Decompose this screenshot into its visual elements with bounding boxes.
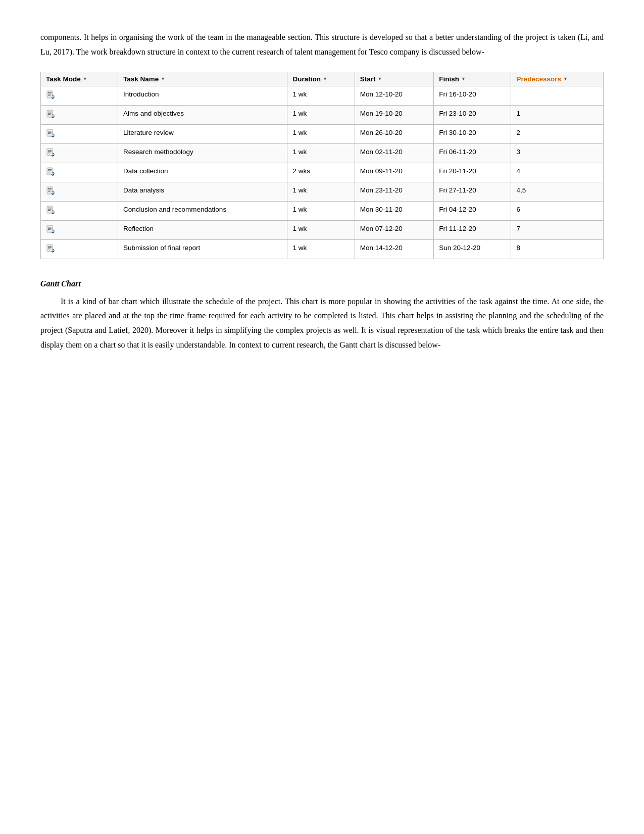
duration-cell: 1 wk bbox=[287, 182, 355, 201]
finish-cell: Fri 30-10-20 bbox=[434, 124, 511, 143]
task-name-cell: Reflection bbox=[118, 220, 287, 239]
th-task-mode[interactable]: Task Mode ▼ bbox=[41, 72, 118, 86]
th-start[interactable]: Start ▼ bbox=[355, 72, 434, 86]
th-predecessors[interactable]: Predecessors ▼ bbox=[511, 72, 604, 86]
task-mode-icon bbox=[46, 186, 55, 197]
gantt-heading: Gantt Chart bbox=[40, 279, 604, 288]
predecessors-cell bbox=[511, 86, 604, 105]
finish-cell: Fri 27-11-20 bbox=[434, 182, 511, 201]
svg-rect-18 bbox=[48, 170, 52, 171]
duration-cell: 1 wk bbox=[287, 220, 355, 239]
svg-rect-19 bbox=[48, 172, 51, 172]
task-mode-icon bbox=[46, 129, 55, 139]
svg-rect-17 bbox=[48, 169, 52, 170]
table-row: Submission of final report1 wkMon 14-12-… bbox=[41, 239, 604, 259]
finish-cell: Fri 23-10-20 bbox=[434, 105, 511, 124]
duration-cell: 1 wk bbox=[287, 105, 355, 124]
task-mode-icon bbox=[46, 167, 55, 178]
table-row: Data collection2 wksMon 09-11-20Fri 20-1… bbox=[41, 163, 604, 182]
start-cell: Mon 14-12-20 bbox=[355, 239, 434, 259]
task-mode-cell bbox=[41, 105, 118, 124]
task-name-cell: Data analysis bbox=[118, 182, 287, 201]
task-mode-cell bbox=[41, 182, 118, 201]
th-task-name[interactable]: Task Name ▼ bbox=[118, 72, 287, 86]
task-mode-icon bbox=[46, 225, 55, 235]
table-row: Data analysis1 wkMon 23-11-20Fri 27-11-2… bbox=[41, 182, 604, 201]
table-row: Reflection1 wkMon 07-12-20Fri 11-12-207 bbox=[41, 220, 604, 239]
th-duration[interactable]: Duration ▼ bbox=[287, 72, 355, 86]
task-mode-icon bbox=[46, 110, 55, 120]
sort-arrow-task-mode: ▼ bbox=[83, 76, 87, 81]
finish-cell: Fri 11-12-20 bbox=[434, 220, 511, 239]
svg-rect-28 bbox=[47, 225, 53, 232]
finish-cell: Fri 16-10-20 bbox=[434, 86, 511, 105]
svg-rect-26 bbox=[48, 209, 52, 209]
svg-rect-20 bbox=[47, 187, 53, 194]
sort-arrow-predecessors: ▼ bbox=[563, 76, 568, 81]
start-cell: Mon 02-11-20 bbox=[355, 143, 434, 163]
duration-cell: 1 wk bbox=[287, 201, 355, 220]
svg-rect-13 bbox=[48, 150, 52, 151]
task-mode-cell bbox=[41, 201, 118, 220]
start-cell: Mon 12-10-20 bbox=[355, 86, 434, 105]
svg-rect-6 bbox=[48, 113, 52, 113]
svg-rect-5 bbox=[48, 112, 52, 112]
finish-cell: Sun 20-12-20 bbox=[434, 239, 511, 259]
task-mode-cell bbox=[41, 163, 118, 182]
task-mode-cell bbox=[41, 86, 118, 105]
task-name-cell: Introduction bbox=[118, 86, 287, 105]
start-cell: Mon 30-11-20 bbox=[355, 201, 434, 220]
duration-cell: 1 wk bbox=[287, 124, 355, 143]
intro-paragraph: components. It helps in organising the w… bbox=[40, 30, 604, 60]
start-cell: Mon 09-11-20 bbox=[355, 163, 434, 182]
task-mode-cell bbox=[41, 220, 118, 239]
predecessors-cell: 7 bbox=[511, 220, 604, 239]
svg-rect-29 bbox=[48, 227, 52, 227]
table-row: Aims and objectives1 wkMon 19-10-20Fri 2… bbox=[41, 105, 604, 124]
svg-rect-21 bbox=[48, 188, 52, 189]
th-finish[interactable]: Finish ▼ bbox=[434, 72, 511, 86]
duration-cell: 1 wk bbox=[287, 86, 355, 105]
svg-rect-12 bbox=[47, 149, 53, 156]
finish-cell: Fri 04-12-20 bbox=[434, 201, 511, 220]
svg-rect-9 bbox=[48, 131, 52, 131]
duration-cell: 2 wks bbox=[287, 163, 355, 182]
wbs-table: Task Mode ▼ Task Name ▼ Duration ▼ bbox=[40, 72, 604, 259]
task-name-cell: Research methodology bbox=[118, 143, 287, 163]
sort-arrow-finish: ▼ bbox=[461, 76, 466, 81]
predecessors-cell: 8 bbox=[511, 239, 604, 259]
svg-rect-14 bbox=[48, 151, 52, 152]
sort-arrow-start: ▼ bbox=[377, 76, 382, 81]
svg-rect-25 bbox=[48, 208, 52, 208]
table-row: Research methodology1 wkMon 02-11-20Fri … bbox=[41, 143, 604, 163]
sort-arrow-duration: ▼ bbox=[323, 76, 327, 81]
svg-rect-2 bbox=[48, 93, 52, 94]
task-mode-icon bbox=[46, 206, 55, 216]
svg-rect-22 bbox=[48, 189, 52, 190]
svg-rect-11 bbox=[48, 133, 51, 134]
table-row: Literature review1 wkMon 26-10-20Fri 30-… bbox=[41, 124, 604, 143]
svg-rect-7 bbox=[48, 114, 51, 115]
task-mode-icon bbox=[46, 90, 55, 101]
svg-rect-15 bbox=[48, 153, 51, 153]
svg-rect-1 bbox=[48, 92, 52, 93]
svg-rect-33 bbox=[48, 246, 52, 247]
svg-rect-31 bbox=[48, 229, 51, 230]
predecessors-cell: 6 bbox=[511, 201, 604, 220]
svg-rect-4 bbox=[47, 110, 53, 117]
start-cell: Mon 23-11-20 bbox=[355, 182, 434, 201]
sort-arrow-task-name: ▼ bbox=[161, 76, 165, 81]
finish-cell: Fri 06-11-20 bbox=[434, 143, 511, 163]
task-name-cell: Conclusion and recommendations bbox=[118, 201, 287, 220]
svg-rect-3 bbox=[48, 95, 51, 95]
gantt-paragraph: It is a kind of bar chart which illustra… bbox=[40, 295, 604, 353]
start-cell: Mon 07-12-20 bbox=[355, 220, 434, 239]
predecessors-cell: 3 bbox=[511, 143, 604, 163]
gantt-section: Gantt Chart It is a kind of bar chart wh… bbox=[40, 279, 604, 353]
start-cell: Mon 19-10-20 bbox=[355, 105, 434, 124]
predecessors-cell: 2 bbox=[511, 124, 604, 143]
duration-cell: 1 wk bbox=[287, 143, 355, 163]
svg-rect-0 bbox=[47, 91, 53, 98]
table-header-row: Task Mode ▼ Task Name ▼ Duration ▼ bbox=[41, 72, 604, 86]
wbs-table-wrapper: Task Mode ▼ Task Name ▼ Duration ▼ bbox=[40, 72, 604, 259]
